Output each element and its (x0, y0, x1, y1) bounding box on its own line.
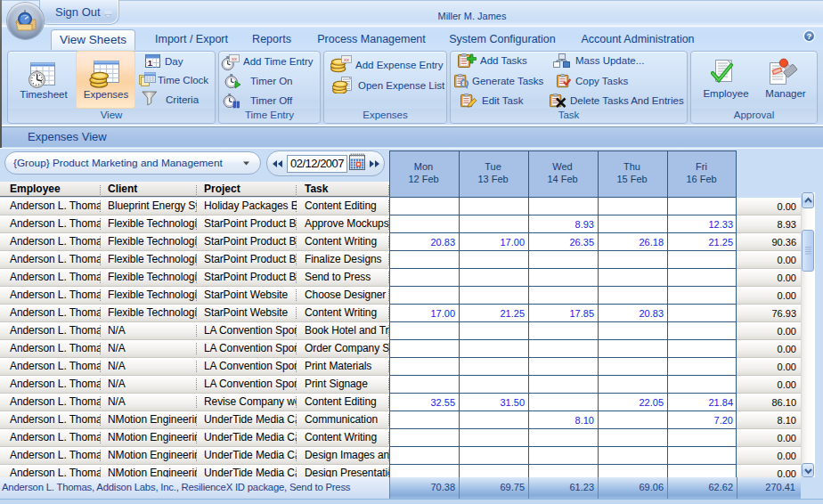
svg-text:?: ? (807, 31, 812, 41)
svg-text:xx: xx (232, 56, 237, 61)
svg-text:1: 1 (148, 58, 153, 68)
svg-text:xx: xx (344, 57, 349, 62)
